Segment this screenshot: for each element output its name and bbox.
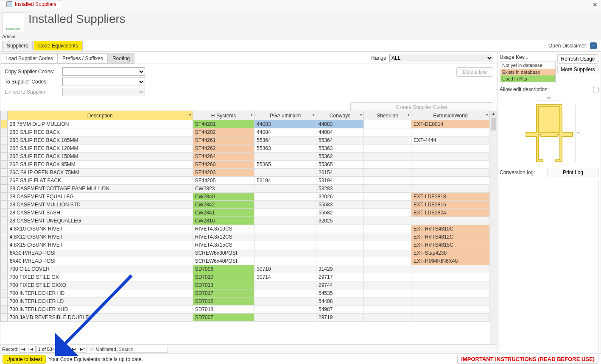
cell[interactable]: 54535 bbox=[316, 289, 363, 297]
row-header[interactable] bbox=[1, 217, 8, 225]
cell[interactable]: EXT-RVTS4815C bbox=[411, 241, 490, 249]
row-header[interactable] bbox=[1, 185, 8, 193]
cell[interactable]: SF44262 bbox=[193, 144, 254, 153]
row-header[interactable] bbox=[1, 289, 8, 297]
record-position[interactable] bbox=[36, 346, 61, 353]
cell[interactable]: RIVET4.8x10CS bbox=[193, 225, 254, 233]
row-header[interactable] bbox=[1, 257, 8, 265]
cell[interactable]: 55365 bbox=[316, 161, 363, 169]
cell[interactable] bbox=[254, 185, 316, 193]
cell[interactable]: 55364 bbox=[316, 136, 363, 144]
col-hsystems[interactable]: H-Systems▾ bbox=[193, 111, 254, 120]
row-header[interactable] bbox=[1, 225, 8, 233]
table-row[interactable]: 26B S/LIP REC BACK 105MMSF44261553645536… bbox=[1, 136, 490, 144]
cell[interactable]: EXT-HMMRIN6X40 bbox=[411, 257, 490, 265]
cell[interactable]: 44084 bbox=[254, 128, 316, 136]
cell[interactable] bbox=[411, 153, 490, 161]
cell[interactable]: CW2841 bbox=[193, 209, 254, 217]
delete-line-button[interactable]: Delete line bbox=[456, 67, 493, 77]
col-description[interactable]: Description▾ bbox=[7, 111, 193, 120]
table-row[interactable]: 700 INTERLOCKER LDSD701654408 bbox=[1, 297, 490, 306]
table-row[interactable]: 28 CASEMENT EQUALLEGCW284032026EXT-LDE28… bbox=[1, 193, 490, 201]
cell[interactable] bbox=[364, 153, 411, 161]
cell[interactable]: CW2840 bbox=[193, 193, 254, 201]
table-row[interactable]: 26B S/LIP REC BACK 120MMSF44262553635536… bbox=[1, 144, 490, 153]
cell[interactable]: 55363 bbox=[254, 144, 316, 153]
cell[interactable] bbox=[316, 257, 363, 265]
cell[interactable] bbox=[411, 177, 490, 185]
cell[interactable]: SD7010 bbox=[193, 273, 254, 281]
cell[interactable] bbox=[316, 225, 363, 233]
refresh-usage-button[interactable]: Refresh Usage bbox=[557, 54, 598, 64]
table-row[interactable]: 28 CASEMENT SASHCW284155682EXT-LDE2824 bbox=[1, 209, 490, 217]
cell[interactable]: 29719 bbox=[316, 314, 363, 322]
table-row[interactable]: 6X40 P/HEAD POSISCREW6x40POSIEXT-HMMRIN6… bbox=[1, 257, 490, 265]
cell[interactable] bbox=[316, 233, 363, 241]
cell[interactable] bbox=[254, 314, 316, 322]
to-supplier-select[interactable] bbox=[62, 78, 145, 86]
conversion-log-box[interactable] bbox=[500, 179, 598, 351]
cell[interactable] bbox=[254, 241, 316, 249]
cell[interactable]: RIVET4.8x15CS bbox=[193, 241, 254, 249]
close-icon[interactable]: ✕ bbox=[593, 1, 598, 8]
cell[interactable] bbox=[254, 201, 316, 209]
cell[interactable]: SF44201 bbox=[193, 120, 254, 128]
table-row[interactable]: 26B S/LIP REC BACKSF442024408444084 bbox=[1, 128, 490, 136]
col-sheerline[interactable]: Sheerline▾ bbox=[364, 111, 411, 120]
cell[interactable]: 53194 bbox=[254, 177, 316, 185]
cell[interactable]: 44083 bbox=[316, 120, 363, 128]
table-row[interactable]: 700 INTERLOCKER HDSD701754535 bbox=[1, 289, 490, 297]
cell[interactable] bbox=[254, 169, 316, 177]
cell[interactable]: 28 CASEMENT UNEQUALLEG bbox=[7, 217, 193, 225]
tab-suppliers[interactable]: Suppliers bbox=[2, 41, 33, 50]
cell[interactable]: 4.8X10 C/SUNK RIVET bbox=[7, 225, 193, 233]
cell[interactable] bbox=[254, 209, 316, 217]
cell[interactable]: 55683 bbox=[316, 201, 363, 209]
cell[interactable]: 26 75MM D/LIP MULLION bbox=[7, 120, 193, 128]
cell[interactable]: SD7006 bbox=[193, 265, 254, 273]
cell[interactable]: SD7013 bbox=[193, 281, 254, 289]
cell[interactable] bbox=[364, 193, 411, 201]
subtab-rooting[interactable]: Rooting bbox=[108, 53, 134, 64]
table-row[interactable]: 700 JAMB REVERSIBLE DOUBLESD700729719 bbox=[1, 314, 490, 322]
table-row[interactable]: 700 FIXED STILE OXXOSD701329744 bbox=[1, 281, 490, 289]
filter-state[interactable]: Unfiltered bbox=[96, 347, 116, 352]
cell[interactable] bbox=[254, 225, 316, 233]
table-row[interactable]: 26B S/LIP REC BACK 150MMSF4426455362 bbox=[1, 153, 490, 161]
cell[interactable]: EXT-DE0014 bbox=[411, 120, 490, 128]
cell[interactable] bbox=[364, 225, 411, 233]
important-instructions[interactable]: IMPORTANT INSTRUCTIONS (READ BEFORE USE) bbox=[457, 355, 598, 364]
scroll-up-icon[interactable]: ▲ bbox=[490, 111, 497, 117]
cell[interactable] bbox=[364, 144, 411, 153]
cell[interactable]: SCREW6x30POSI bbox=[193, 249, 254, 257]
range-select[interactable]: ALL bbox=[389, 54, 493, 62]
cell[interactable] bbox=[254, 193, 316, 201]
cell[interactable]: 26B S/LIP REC BACK 95MM bbox=[7, 161, 193, 169]
cell[interactable]: 44083 bbox=[254, 120, 316, 128]
cell[interactable] bbox=[411, 289, 490, 297]
cell[interactable] bbox=[364, 185, 411, 193]
cell[interactable]: 26B S/LIP REC BACK 120MM bbox=[7, 144, 193, 153]
cell[interactable] bbox=[316, 249, 363, 257]
row-header[interactable] bbox=[1, 209, 8, 217]
update-to-latest-button[interactable]: Update to latest bbox=[3, 355, 46, 364]
cell[interactable]: 30714 bbox=[254, 273, 316, 281]
cell[interactable]: 55364 bbox=[254, 136, 316, 144]
cell[interactable]: SD7016 bbox=[193, 297, 254, 306]
cell[interactable] bbox=[411, 314, 490, 322]
cell[interactable]: 700 CILL COVER bbox=[7, 265, 193, 273]
cell[interactable]: 28 CASEMENT SASH bbox=[7, 209, 193, 217]
equivalents-grid[interactable]: Description▾ H-Systems▾ PGAluminium▾ Con… bbox=[0, 111, 490, 322]
cell[interactable]: 32026 bbox=[316, 193, 363, 201]
cell[interactable]: 700 FIXED STILE OXXO bbox=[7, 281, 193, 289]
row-header[interactable] bbox=[1, 177, 8, 185]
cell[interactable] bbox=[364, 217, 411, 225]
cell[interactable]: 53194 bbox=[316, 177, 363, 185]
cell[interactable] bbox=[254, 257, 316, 265]
cell[interactable]: 28 CASEMENT MULLION STD bbox=[7, 201, 193, 209]
cell[interactable] bbox=[411, 281, 490, 289]
cell[interactable] bbox=[364, 281, 411, 289]
nav-new-icon[interactable]: ▶* bbox=[79, 346, 87, 353]
cell[interactable] bbox=[364, 273, 411, 281]
cell[interactable] bbox=[411, 297, 490, 306]
